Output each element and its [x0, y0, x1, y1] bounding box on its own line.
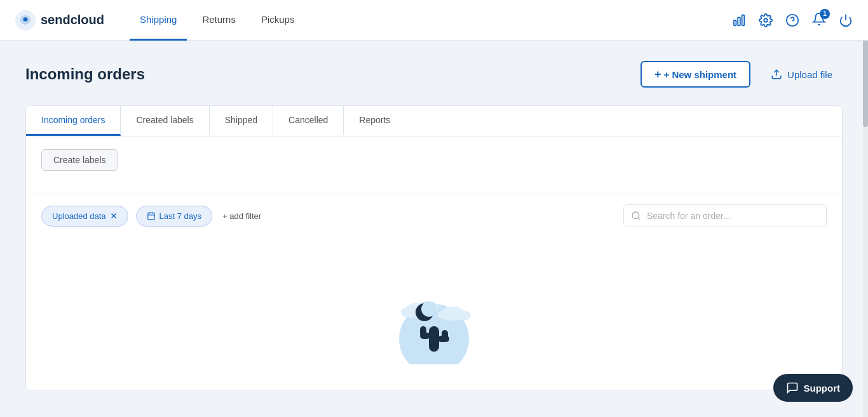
gear-icon[interactable] — [759, 13, 773, 27]
logo-icon — [15, 10, 36, 30]
upload-icon — [771, 69, 782, 80]
create-labels-button[interactable]: Create labels — [41, 149, 118, 171]
new-shipment-label: + New shipment — [664, 69, 737, 80]
power-icon[interactable] — [839, 13, 853, 27]
date-range-label: Last 7 days — [159, 211, 202, 221]
search-icon — [631, 211, 641, 221]
upload-file-label: Upload file — [787, 69, 832, 80]
tab-reports[interactable]: Reports — [344, 106, 405, 136]
svg-point-14 — [632, 212, 639, 219]
page-title: Incoming orders — [25, 65, 145, 83]
svg-rect-29 — [442, 330, 448, 341]
filter-bar: Uploaded data Last 7 days + add filter — [26, 194, 842, 237]
svg-line-15 — [638, 218, 640, 220]
add-filter-button[interactable]: + add filter — [220, 206, 264, 226]
nav-returns[interactable]: Returns — [192, 0, 246, 41]
header-actions: + + New shipment Upload file — [641, 61, 843, 88]
tab-bar: Incoming orders Created labels Shipped C… — [26, 106, 842, 136]
plus-icon: + — [654, 69, 661, 80]
svg-rect-27 — [420, 326, 426, 336]
scrollbar-track[interactable] — [863, 0, 868, 417]
main-content: Incoming orders + + New shipment Upload … — [0, 41, 868, 417]
close-filter-icon — [110, 212, 118, 220]
svg-point-1 — [24, 17, 27, 21]
support-label: Support — [804, 383, 841, 394]
logo[interactable]: sendcloud — [15, 10, 104, 30]
svg-point-22 — [438, 310, 456, 320]
svg-point-5 — [764, 18, 768, 22]
tab-incoming-orders[interactable]: Incoming orders — [26, 106, 121, 136]
svg-rect-2 — [734, 20, 736, 25]
svg-rect-10 — [147, 213, 154, 220]
svg-point-21 — [454, 310, 471, 321]
search-wrapper — [623, 204, 827, 227]
uploaded-data-filter[interactable]: Uploaded data — [41, 206, 128, 227]
nav-shipping[interactable]: Shipping — [130, 0, 187, 41]
nav-pickups[interactable]: Pickups — [251, 0, 305, 41]
tab-created-labels[interactable]: Created labels — [121, 106, 209, 136]
support-button[interactable]: Support — [773, 374, 853, 402]
search-input[interactable] — [623, 204, 827, 227]
date-range-filter[interactable]: Last 7 days — [136, 206, 213, 227]
calendar-icon — [147, 211, 156, 220]
support-chat-icon — [786, 381, 799, 394]
navbar: sendcloud Shipping Returns Pickups — [0, 0, 868, 41]
notification-badge: 1 — [820, 9, 830, 19]
chart-icon[interactable] — [732, 13, 746, 27]
page-header: Incoming orders + + New shipment Upload … — [25, 61, 843, 88]
empty-state-illustration — [383, 275, 485, 364]
navbar-right: 1 — [732, 12, 853, 29]
svg-rect-4 — [742, 15, 745, 25]
svg-rect-3 — [738, 17, 740, 25]
logo-text: sendcloud — [41, 13, 104, 27]
tab-shipped[interactable]: Shipped — [210, 106, 273, 136]
svg-point-24 — [421, 301, 437, 317]
tab-cancelled[interactable]: Cancelled — [273, 106, 344, 136]
upload-file-button[interactable]: Upload file — [761, 62, 843, 86]
svg-rect-25 — [429, 326, 439, 352]
help-icon[interactable] — [785, 13, 799, 27]
tab-action-bar: Create labels — [26, 136, 842, 183]
tab-container: Incoming orders Created labels Shipped C… — [25, 105, 843, 390]
empty-state — [26, 237, 842, 390]
notification-wrapper[interactable]: 1 — [812, 12, 826, 29]
nav-links: Shipping Returns Pickups — [130, 0, 304, 41]
new-shipment-button[interactable]: + + New shipment — [641, 61, 750, 88]
uploaded-data-label: Uploaded data — [52, 211, 106, 221]
